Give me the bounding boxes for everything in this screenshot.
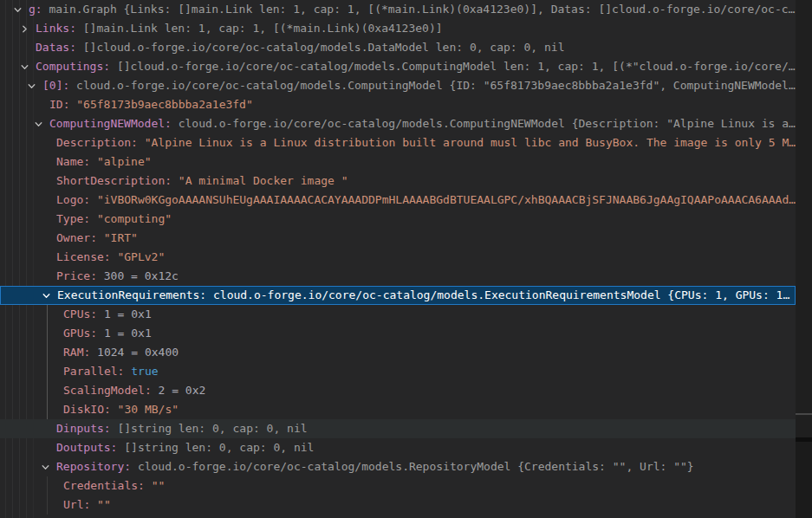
variables-tree: g:main.Graph {Links: []main.Link len: 1,… (0, 0, 796, 515)
variable-row-computings[interactable]: Computings:[]cloud.o-forge.io/core/oc-ca… (0, 57, 796, 76)
variable-value: []main.Link len: 1, cap: 1, [(*main.Link… (83, 22, 443, 35)
variable-name: Links: (36, 22, 83, 35)
variable-value: 1 = 0x1 (104, 327, 152, 340)
variable-value: "" (152, 479, 166, 492)
variable-name: DiskIO: (63, 403, 118, 416)
variable-value: main.Graph {Links: []main.Link len: 1, c… (49, 3, 795, 16)
variable-row-computingnewmodel[interactable]: ComputingNEWModel:cloud.o-forge.io/core/… (0, 114, 796, 133)
variable-row-shortdescription[interactable]: ShortDescription:"A minimal Docker image… (0, 172, 796, 191)
variable-value: cloud.o-forge.io/core/oc-catalog/models.… (179, 117, 796, 130)
debug-variables-panel: g:main.Graph {Links: []main.Link len: 1,… (0, 0, 812, 518)
variable-name: Url: (63, 498, 97, 511)
variable-value: 300 = 0x12c (104, 269, 179, 282)
variable-row-id[interactable]: ID:"65f8173b9aec8bbba2a1e3fd" (0, 95, 796, 114)
variable-row-type[interactable]: Type:"computing" (0, 210, 796, 229)
variable-value: "" (97, 498, 111, 511)
variable-name: Parallel: (63, 365, 131, 378)
variable-row-diskio[interactable]: DiskIO:"30 MB/s" (0, 400, 796, 419)
variable-name: [0]: (42, 79, 76, 92)
variable-name: Dinputs: (56, 422, 117, 435)
variable-row-executionrequirements[interactable]: ExecutionRequirements:cloud.o-forge.io/c… (0, 286, 796, 305)
variable-value: cloud.o-forge.io/core/oc-catalog/models.… (138, 460, 694, 473)
right-edge-strip-lower (796, 442, 812, 518)
variable-name: GPUs: (63, 327, 104, 340)
right-edge-divider (796, 413, 812, 415)
variable-value: "Alpine Linux is a Linux distribution bu… (145, 136, 796, 149)
variable-value: cloud.o-forge.io/core/oc-catalog/models.… (213, 288, 789, 301)
variable-name: ID: (49, 98, 76, 111)
variable-row-0[interactable]: [0]:cloud.o-forge.io/core/oc-catalog/mod… (0, 76, 796, 95)
variable-name: Credentials: (63, 479, 152, 492)
variables-tree-panel: g:main.Graph {Links: []main.Link len: 1,… (0, 0, 796, 518)
right-edge-dark-line (796, 437, 812, 442)
variable-value: []cloud.o-forge.io/core/oc-catalog/model… (117, 60, 796, 73)
variable-value: []string len: 0, cap: 0, nil (117, 422, 307, 435)
variable-name: CPUs: (63, 308, 104, 321)
chevron-down-icon[interactable] (24, 76, 38, 95)
variable-value: "computing" (97, 212, 172, 225)
variable-value: true (131, 365, 158, 378)
variable-row-license[interactable]: License:"GPLv2" (0, 248, 796, 267)
variable-value: 1024 = 0x400 (97, 346, 179, 359)
chevron-down-icon[interactable] (17, 57, 31, 76)
variable-value: "alpine" (97, 155, 152, 168)
variable-name: ShortDescription: (56, 174, 179, 187)
variable-name: Repository: (56, 460, 138, 473)
variable-row-url[interactable]: Url:"" (0, 495, 796, 515)
variable-name: Logo: (56, 193, 97, 206)
variable-row-scalingmodel[interactable]: ScalingModel:2 = 0x2 (0, 381, 796, 400)
variable-row-links[interactable]: Links:[]main.Link len: 1, cap: 1, [(*mai… (0, 19, 796, 38)
variable-name: ComputingNEWModel: (49, 117, 179, 130)
chevron-down-icon[interactable] (39, 287, 53, 304)
variable-value: cloud.o-forge.io/core/oc-catalog/models.… (76, 79, 796, 92)
variable-row-cpus[interactable]: CPUs:1 = 0x1 (0, 305, 796, 324)
variable-value: "30 MB/s" (118, 403, 179, 416)
variable-name: Price: (56, 269, 104, 282)
variable-name: Type: (56, 212, 97, 225)
variable-name: g: (29, 3, 49, 16)
variable-value: "iVBORw0KGgoAAAANSUhEUgAAAIAAAACACAYAAAD… (97, 193, 796, 206)
variable-name: ExecutionRequirements: (57, 288, 213, 301)
variable-value: []string len: 0, cap: 0, nil (124, 441, 314, 454)
variable-name: Datas: (36, 41, 83, 54)
chevron-down-icon[interactable] (31, 114, 45, 133)
variable-row-ram[interactable]: RAM:1024 = 0x400 (0, 343, 796, 362)
variable-row-repository[interactable]: Repository:cloud.o-forge.io/core/oc-cata… (0, 457, 796, 476)
chevron-right-icon[interactable] (17, 19, 31, 38)
variable-value: "65f8173b9aec8bbba2a1e3fd" (76, 98, 253, 111)
variable-row-logo[interactable]: Logo:"iVBORw0KGgoAAAANSUhEUgAAAIAAAACACA… (0, 191, 796, 210)
variable-row-doutputs[interactable]: Doutputs:[]string len: 0, cap: 0, nil (0, 438, 796, 457)
variable-value: "A minimal Docker image " (179, 174, 348, 187)
variable-row-g[interactable]: g:main.Graph {Links: []main.Link len: 1,… (0, 0, 796, 19)
variable-row-name[interactable]: Name:"alpine" (0, 152, 796, 172)
variable-row-dinputs[interactable]: Dinputs:[]string len: 0, cap: 0, nil (0, 419, 796, 438)
variable-name: Doutputs: (56, 441, 124, 454)
variable-name: RAM: (63, 346, 97, 359)
variable-row-datas[interactable]: Datas:[]cloud.o-forge.io/core/oc-catalog… (0, 38, 796, 57)
variable-value: 1 = 0x1 (104, 308, 152, 321)
variable-value: []cloud.o-forge.io/core/oc-catalog/model… (83, 41, 565, 54)
chevron-down-icon[interactable] (10, 0, 24, 19)
variable-name: Description: (56, 136, 145, 149)
variable-row-gpus[interactable]: GPUs:1 = 0x1 (0, 324, 796, 343)
chevron-down-icon[interactable] (38, 457, 52, 476)
variable-value: 2 = 0x2 (159, 384, 206, 397)
variable-row-price[interactable]: Price:300 = 0x12c (0, 267, 796, 286)
variable-row-parallel[interactable]: Parallel:true (0, 362, 796, 381)
variable-name: Owner: (56, 231, 104, 244)
variable-value: "IRT" (104, 231, 138, 244)
variable-row-credentials[interactable]: Credentials:"" (0, 476, 796, 495)
variable-name: License: (56, 250, 117, 263)
variable-name: ScalingModel: (63, 384, 159, 397)
variable-name: Name: (56, 155, 97, 168)
variable-row-owner[interactable]: Owner:"IRT" (0, 229, 796, 248)
variable-value: "GPLv2" (117, 250, 165, 263)
variable-row-description[interactable]: Description:"Alpine Linux is a Linux dis… (0, 133, 796, 152)
variable-name: Computings: (36, 60, 117, 73)
